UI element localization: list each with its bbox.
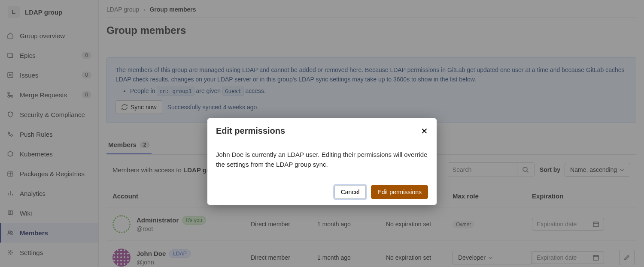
close-icon: ✕ — [421, 126, 428, 136]
modal-title: Edit permissions — [216, 126, 285, 136]
cancel-button[interactable]: Cancel — [334, 185, 366, 199]
modal-body-text: John Doe is currently an LDAP user. Edit… — [207, 142, 437, 179]
edit-permissions-modal: Edit permissions ✕ John Doe is currently… — [207, 118, 437, 205]
edit-permissions-button[interactable]: Edit permissions — [371, 185, 428, 199]
modal-close-button[interactable]: ✕ — [421, 127, 428, 135]
